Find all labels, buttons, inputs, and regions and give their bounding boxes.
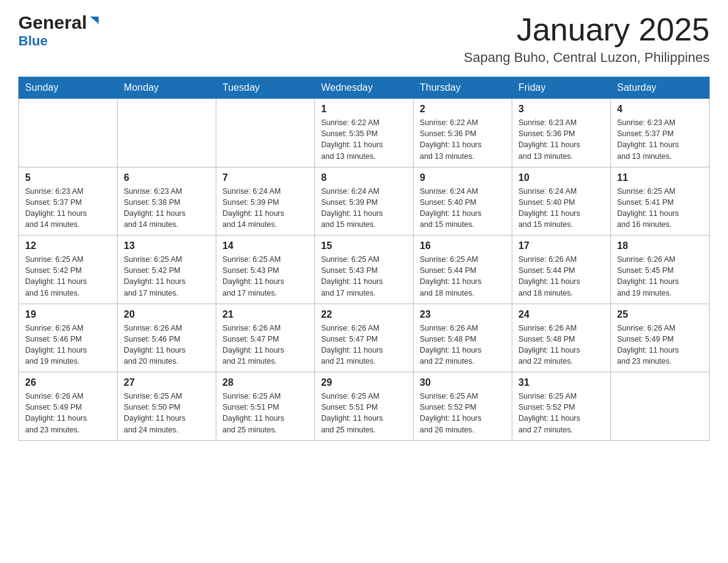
calendar-cell: 14Sunrise: 6:25 AM Sunset: 5:43 PM Dayli… [216, 236, 315, 304]
day-number: 27 [124, 377, 210, 388]
day-number: 4 [617, 104, 703, 115]
day-info: Sunrise: 6:25 AM Sunset: 5:42 PM Dayligh… [124, 254, 210, 299]
day-info: Sunrise: 6:26 AM Sunset: 5:49 PM Dayligh… [25, 391, 111, 435]
calendar-cell: 9Sunrise: 6:24 AM Sunset: 5:40 PM Daylig… [414, 167, 512, 236]
day-info: Sunrise: 6:26 AM Sunset: 5:44 PM Dayligh… [518, 254, 604, 299]
day-number: 5 [25, 172, 111, 183]
day-number: 18 [617, 240, 703, 251]
day-info: Sunrise: 6:26 AM Sunset: 5:45 PM Dayligh… [617, 254, 703, 299]
calendar-cell: 19Sunrise: 6:26 AM Sunset: 5:46 PM Dayli… [19, 304, 118, 372]
day-info: Sunrise: 6:26 AM Sunset: 5:46 PM Dayligh… [25, 323, 111, 367]
day-info: Sunrise: 6:24 AM Sunset: 5:40 PM Dayligh… [518, 186, 604, 231]
column-header-friday: Friday [512, 77, 611, 99]
day-number: 29 [321, 377, 407, 388]
calendar-cell: 16Sunrise: 6:25 AM Sunset: 5:44 PM Dayli… [414, 236, 512, 304]
logo: General Blue [18, 12, 100, 49]
calendar-cell [216, 99, 315, 167]
day-number: 2 [420, 104, 506, 115]
calendar-cell: 2Sunrise: 6:22 AM Sunset: 5:36 PM Daylig… [414, 99, 512, 167]
calendar-cell: 20Sunrise: 6:26 AM Sunset: 5:46 PM Dayli… [118, 304, 216, 372]
day-info: Sunrise: 6:25 AM Sunset: 5:43 PM Dayligh… [222, 254, 308, 299]
calendar-cell: 6Sunrise: 6:23 AM Sunset: 5:38 PM Daylig… [118, 167, 216, 236]
day-number: 23 [420, 309, 506, 320]
calendar-cell: 24Sunrise: 6:26 AM Sunset: 5:48 PM Dayli… [512, 304, 611, 372]
day-info: Sunrise: 6:25 AM Sunset: 5:42 PM Dayligh… [25, 254, 111, 299]
day-info: Sunrise: 6:25 AM Sunset: 5:52 PM Dayligh… [420, 391, 506, 435]
day-info: Sunrise: 6:23 AM Sunset: 5:37 PM Dayligh… [617, 117, 703, 162]
calendar-cell: 12Sunrise: 6:25 AM Sunset: 5:42 PM Dayli… [19, 236, 118, 304]
calendar-week-row: 1Sunrise: 6:22 AM Sunset: 5:35 PM Daylig… [19, 99, 710, 167]
calendar-cell: 8Sunrise: 6:24 AM Sunset: 5:39 PM Daylig… [315, 167, 414, 236]
day-number: 1 [321, 104, 407, 115]
day-number: 21 [222, 309, 308, 320]
day-number: 9 [420, 172, 506, 183]
calendar-table: SundayMondayTuesdayWednesdayThursdayFrid… [18, 77, 710, 441]
calendar-cell [611, 372, 710, 441]
title-section: January 2025 Sapang Buho, Central Luzon,… [464, 12, 710, 66]
day-info: Sunrise: 6:25 AM Sunset: 5:51 PM Dayligh… [222, 391, 308, 435]
day-info: Sunrise: 6:26 AM Sunset: 5:48 PM Dayligh… [518, 323, 604, 367]
calendar-cell: 15Sunrise: 6:25 AM Sunset: 5:43 PM Dayli… [315, 236, 414, 304]
calendar-cell: 21Sunrise: 6:26 AM Sunset: 5:47 PM Dayli… [216, 304, 315, 372]
day-info: Sunrise: 6:22 AM Sunset: 5:35 PM Dayligh… [321, 117, 407, 162]
day-number: 7 [222, 172, 308, 183]
day-info: Sunrise: 6:23 AM Sunset: 5:37 PM Dayligh… [25, 186, 111, 231]
day-number: 3 [518, 104, 604, 115]
svg-marker-0 [90, 17, 99, 24]
calendar-cell: 25Sunrise: 6:26 AM Sunset: 5:49 PM Dayli… [611, 304, 710, 372]
day-number: 25 [617, 309, 703, 320]
calendar-cell: 4Sunrise: 6:23 AM Sunset: 5:37 PM Daylig… [611, 99, 710, 167]
day-info: Sunrise: 6:26 AM Sunset: 5:49 PM Dayligh… [617, 323, 703, 367]
calendar-header-row: SundayMondayTuesdayWednesdayThursdayFrid… [19, 77, 710, 99]
day-info: Sunrise: 6:24 AM Sunset: 5:40 PM Dayligh… [420, 186, 506, 231]
day-number: 16 [420, 240, 506, 251]
day-number: 22 [321, 309, 407, 320]
day-info: Sunrise: 6:25 AM Sunset: 5:41 PM Dayligh… [617, 186, 703, 231]
calendar-cell: 29Sunrise: 6:25 AM Sunset: 5:51 PM Dayli… [315, 372, 414, 441]
calendar-cell: 1Sunrise: 6:22 AM Sunset: 5:35 PM Daylig… [315, 99, 414, 167]
calendar-cell: 7Sunrise: 6:24 AM Sunset: 5:39 PM Daylig… [216, 167, 315, 236]
day-number: 11 [617, 172, 703, 183]
column-header-wednesday: Wednesday [315, 77, 414, 99]
day-info: Sunrise: 6:23 AM Sunset: 5:36 PM Dayligh… [518, 117, 604, 162]
calendar-cell [118, 99, 216, 167]
calendar-cell: 22Sunrise: 6:26 AM Sunset: 5:47 PM Dayli… [315, 304, 414, 372]
day-number: 10 [518, 172, 604, 183]
calendar-cell: 13Sunrise: 6:25 AM Sunset: 5:42 PM Dayli… [118, 236, 216, 304]
day-number: 30 [420, 377, 506, 388]
page-header: General Blue January 2025 Sapang Buho, C… [18, 12, 710, 66]
calendar-week-row: 26Sunrise: 6:26 AM Sunset: 5:49 PM Dayli… [19, 372, 710, 441]
day-info: Sunrise: 6:23 AM Sunset: 5:38 PM Dayligh… [124, 186, 210, 231]
calendar-week-row: 12Sunrise: 6:25 AM Sunset: 5:42 PM Dayli… [19, 236, 710, 304]
month-title: January 2025 [464, 12, 710, 47]
day-number: 26 [25, 377, 111, 388]
column-header-saturday: Saturday [611, 77, 710, 99]
calendar-cell: 23Sunrise: 6:26 AM Sunset: 5:48 PM Dayli… [414, 304, 512, 372]
column-header-thursday: Thursday [414, 77, 512, 99]
day-number: 31 [518, 377, 604, 388]
column-header-tuesday: Tuesday [216, 77, 315, 99]
calendar-cell [19, 99, 118, 167]
logo-triangle-icon [89, 15, 100, 29]
calendar-cell: 5Sunrise: 6:23 AM Sunset: 5:37 PM Daylig… [19, 167, 118, 236]
day-info: Sunrise: 6:22 AM Sunset: 5:36 PM Dayligh… [420, 117, 506, 162]
day-number: 13 [124, 240, 210, 251]
day-number: 8 [321, 172, 407, 183]
day-number: 14 [222, 240, 308, 251]
day-info: Sunrise: 6:26 AM Sunset: 5:46 PM Dayligh… [124, 323, 210, 367]
calendar-cell: 17Sunrise: 6:26 AM Sunset: 5:44 PM Dayli… [512, 236, 611, 304]
day-info: Sunrise: 6:26 AM Sunset: 5:48 PM Dayligh… [420, 323, 506, 367]
calendar-week-row: 5Sunrise: 6:23 AM Sunset: 5:37 PM Daylig… [19, 167, 710, 236]
day-number: 28 [222, 377, 308, 388]
calendar-week-row: 19Sunrise: 6:26 AM Sunset: 5:46 PM Dayli… [19, 304, 710, 372]
day-info: Sunrise: 6:25 AM Sunset: 5:51 PM Dayligh… [321, 391, 407, 435]
calendar-cell: 26Sunrise: 6:26 AM Sunset: 5:49 PM Dayli… [19, 372, 118, 441]
day-info: Sunrise: 6:24 AM Sunset: 5:39 PM Dayligh… [222, 186, 308, 231]
calendar-cell: 28Sunrise: 6:25 AM Sunset: 5:51 PM Dayli… [216, 372, 315, 441]
calendar-cell: 11Sunrise: 6:25 AM Sunset: 5:41 PM Dayli… [611, 167, 710, 236]
logo-general-text: General [18, 12, 87, 33]
day-number: 12 [25, 240, 111, 251]
column-header-sunday: Sunday [19, 77, 118, 99]
day-info: Sunrise: 6:25 AM Sunset: 5:50 PM Dayligh… [124, 391, 210, 435]
day-number: 19 [25, 309, 111, 320]
